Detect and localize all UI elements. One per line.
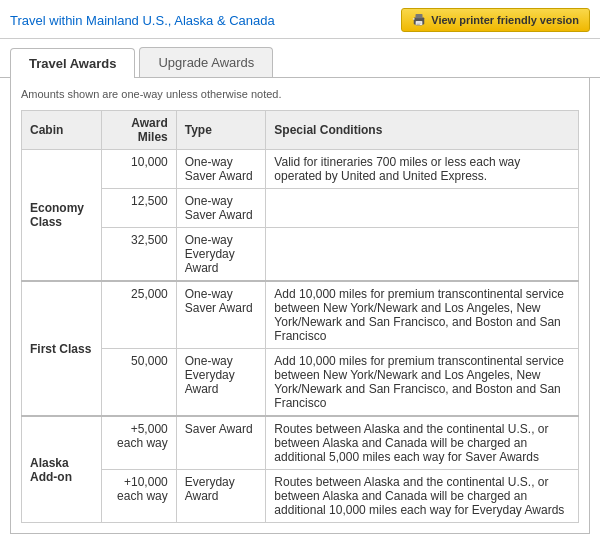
- col-type: Type: [176, 111, 266, 150]
- miles-cell: 10,000: [102, 150, 177, 189]
- miles-cell: +10,000 each way: [102, 470, 177, 523]
- conditions-cell: [266, 189, 579, 228]
- table-row: Economy Class10,000One-way Saver AwardVa…: [22, 150, 579, 189]
- type-cell: One-way Saver Award: [176, 189, 266, 228]
- col-miles: Award Miles: [102, 111, 177, 150]
- content-area: Amounts shown are one-way unless otherwi…: [10, 78, 590, 534]
- conditions-cell: Add 10,000 miles for premium transcontin…: [266, 281, 579, 349]
- printer-btn-label: View printer friendly version: [431, 14, 579, 26]
- conditions-cell: Add 10,000 miles for premium transcontin…: [266, 349, 579, 417]
- conditions-cell: Valid for itineraries 700 miles or less …: [266, 150, 579, 189]
- conditions-cell: Routes between Alaska and the continenta…: [266, 470, 579, 523]
- note-text: Amounts shown are one-way unless otherwi…: [21, 88, 579, 100]
- table-row: 50,000One-way Everyday AwardAdd 10,000 m…: [22, 349, 579, 417]
- cabin-cell: Alaska Add-on: [22, 416, 102, 523]
- svg-rect-3: [417, 23, 422, 24]
- cabin-cell: First Class: [22, 281, 102, 416]
- page-title: Travel within Mainland U.S., Alaska & Ca…: [10, 13, 275, 28]
- type-cell: One-way Everyday Award: [176, 228, 266, 282]
- table-row: Alaska Add-on+5,000 each waySaver AwardR…: [22, 416, 579, 470]
- miles-cell: 25,000: [102, 281, 177, 349]
- table-row: First Class25,000One-way Saver AwardAdd …: [22, 281, 579, 349]
- cabin-cell: Economy Class: [22, 150, 102, 282]
- conditions-cell: Routes between Alaska and the continenta…: [266, 416, 579, 470]
- tab-upgrade-awards[interactable]: Upgrade Awards: [139, 47, 273, 77]
- col-conditions: Special Conditions: [266, 111, 579, 150]
- table-row: 12,500One-way Saver Award: [22, 189, 579, 228]
- svg-rect-1: [416, 14, 423, 18]
- printer-icon: [412, 13, 426, 27]
- type-cell: One-way Saver Award: [176, 150, 266, 189]
- type-cell: Saver Award: [176, 416, 266, 470]
- table-row: 32,500One-way Everyday Award: [22, 228, 579, 282]
- miles-cell: 32,500: [102, 228, 177, 282]
- conditions-cell: [266, 228, 579, 282]
- tabs-bar: Travel Awards Upgrade Awards: [0, 39, 600, 78]
- svg-rect-4: [417, 24, 421, 25]
- type-cell: Everyday Award: [176, 470, 266, 523]
- miles-cell: 50,000: [102, 349, 177, 417]
- awards-table: Cabin Award Miles Type Special Condition…: [21, 110, 579, 523]
- tab-travel-awards[interactable]: Travel Awards: [10, 48, 135, 78]
- type-cell: One-way Saver Award: [176, 281, 266, 349]
- miles-cell: 12,500: [102, 189, 177, 228]
- table-row: +10,000 each wayEveryday AwardRoutes bet…: [22, 470, 579, 523]
- svg-rect-5: [413, 18, 415, 19]
- type-cell: One-way Everyday Award: [176, 349, 266, 417]
- col-cabin: Cabin: [22, 111, 102, 150]
- printer-button[interactable]: View printer friendly version: [401, 8, 590, 32]
- miles-cell: +5,000 each way: [102, 416, 177, 470]
